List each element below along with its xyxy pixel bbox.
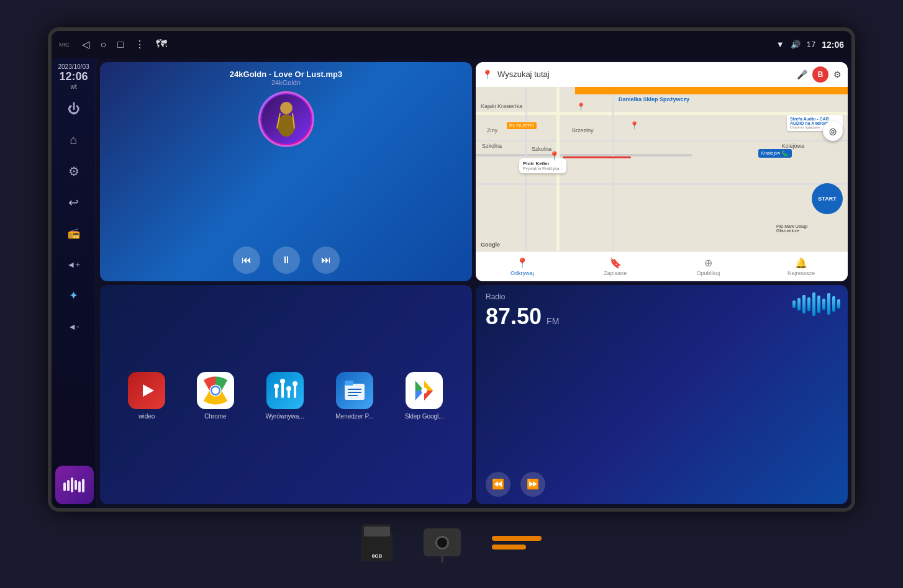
odkrywaj-icon: 📍 [516,257,529,269]
menu-nav-button[interactable]: ⋮ [135,38,145,50]
app-video[interactable]: wideo [128,372,165,420]
radio-rewind-button[interactable]: ⏪ [486,472,510,497]
radio-band: FM [547,316,559,326]
map-krasiejow-marker: Krasiejów 🦕 [758,149,792,158]
sidebar-time: 12:06 [58,70,89,83]
map-szkolna1-label: Szkolna [482,143,502,149]
sidebar-radio-button[interactable]: 📻 [58,219,90,248]
accessories-row: 8GB [361,524,542,561]
opublikuj-icon: ⊕ [704,257,712,269]
accessory-trim [492,536,542,550]
radio-freq-row: 87.50 FM [486,304,838,330]
sidebar-power-button[interactable]: ⏻ [58,95,90,124]
svg-point-15 [274,384,279,389]
sidebar-back-button[interactable]: ↩ [58,188,90,217]
map-google-logo: Google [481,242,500,248]
equalizer-label: Wyrównywa... [266,413,304,420]
sidebar-day: wt [58,83,89,90]
wave-bar-8 [827,293,830,315]
wave-bar-1 [792,301,796,308]
radio-label: Radio [486,292,838,301]
svg-rect-2 [71,477,73,492]
svg-point-29 [421,387,427,394]
zapisane-label: Zapisane [604,270,627,276]
device-frame: MIC ◁ ○ □ ⋮ 🗺 ▼ 🔊 17 12:06 [48,27,855,512]
map-search-text[interactable]: Wyszukaj tutaj [497,70,792,79]
accessory-camera [424,528,461,556]
app-equalizer[interactable]: Wyrównywa... [266,372,304,420]
sd-card-cap [364,527,390,536]
app-chrome[interactable]: Chrome [197,372,234,420]
sidebar-bluetooth-button[interactable]: ✦ [58,281,90,310]
map-background: Kajaki Krasieńka Danielka Sklep Spożywcz… [476,87,848,251]
wave-bar-10 [837,299,840,309]
recents-nav-button[interactable]: □ [117,39,124,50]
zapisane-icon: 🔖 [609,257,622,269]
wifi-icon: ▼ [776,40,784,49]
map-danielka-label: Danielka Sklep Spożywczy [619,96,689,102]
svg-rect-14 [275,388,278,398]
equalizer-icon [266,372,304,409]
wave-bar-6 [817,296,820,313]
album-art-inner [261,94,311,144]
radio-controls: ⏪ ⏩ [486,472,838,497]
video-label: wideo [138,413,155,420]
home-nav-button[interactable]: ○ [101,39,107,50]
volume-icon: 🔊 [791,40,801,49]
store-icon [406,372,443,409]
svg-rect-4 [78,481,81,492]
map-start-button[interactable]: START [812,183,843,214]
map-avatar[interactable]: B [812,66,828,83]
wave-bar-7 [822,299,825,310]
map-nav-odkrywaj[interactable]: 📍 Odkrywaj [476,257,569,276]
app-files[interactable]: Menedzer P... [335,372,373,420]
sidebar-volume-down-button[interactable]: ◄+ [58,250,90,279]
pause-button[interactable]: ⏸ [273,247,300,274]
map-bottom-nav: 📍 Odkrywaj 🔖 Zapisane ⊕ Opublikuj 🔔 [476,251,848,281]
map-nav-opublikuj[interactable]: ⊕ Opublikuj [662,257,755,276]
main-content: 24kGoldn - Love Or Lust.mp3 24kGoldn [96,58,851,508]
nav-icons: ◁ ○ □ ⋮ 🗺 [82,38,167,51]
video-icon [128,372,165,409]
map-nav-zapisane[interactable]: 🔖 Zapisane [569,257,662,276]
prev-track-button[interactable]: ⏮ [233,247,260,274]
map-kajaki-label: Kajaki Krasieńka [481,103,522,109]
screen: MIC ◁ ○ □ ⋮ 🗺 ▼ 🔊 17 12:06 [52,31,851,508]
svg-point-6 [280,102,293,114]
map-mic-icon[interactable]: 🎤 [797,70,807,79]
music-widget: 24kGoldn - Love Or Lust.mp3 24kGoldn [100,62,472,281]
svg-point-17 [280,379,285,384]
chrome-icon [197,372,234,409]
status-left: MIC [59,42,70,48]
map-flizmark: Fliz-Mark Usługi Glazurnicze [776,224,814,233]
map-widget[interactable]: 📍 Wyszukaj tutaj 🎤 B ⚙ [476,62,848,281]
svg-point-13 [212,387,219,394]
map-settings-icon[interactable]: ⚙ [833,70,842,79]
sidebar-settings-button[interactable]: ⚙ [58,157,90,186]
app-store[interactable]: Sklep Googl... [405,372,444,420]
camera-shape [424,528,461,556]
apps-widget: wideo [100,285,472,504]
music-title: 24kGoldn - Love Or Lust.mp3 [107,70,465,79]
map-body[interactable]: Kajaki Krasieńka Danielka Sklep Spożywcz… [476,87,848,251]
sidebar-home-button[interactable]: ⌂ [58,126,90,155]
back-nav-button[interactable]: ◁ [82,38,89,50]
svg-rect-16 [281,383,284,398]
sidebar-volume-up-button[interactable]: ◄- [58,312,90,341]
radio-frequency: 87.50 [486,304,542,330]
maps-nav-button[interactable]: 🗺 [156,38,167,51]
map-nav-najnowsze[interactable]: 🔔 Najnowsze [755,257,848,276]
svg-point-19 [286,386,291,391]
wave-bar-9 [832,296,835,312]
music-artist: 24kGoldn [107,79,465,86]
svg-rect-0 [63,482,66,491]
map-location-button[interactable]: ◎ [823,121,843,141]
radio-forward-button[interactable]: ⏩ [520,472,545,497]
map-piotr-title: Piotr Keller [523,161,563,166]
audio-visualizer[interactable] [55,466,94,504]
status-bar: MIC ◁ ○ □ ⋮ 🗺 ▼ 🔊 17 12:06 [52,31,851,58]
maps-pin-icon: 📍 [482,70,492,79]
camera-lens [435,536,449,550]
next-track-button[interactable]: ⏭ [312,247,340,274]
svg-rect-3 [75,480,77,490]
